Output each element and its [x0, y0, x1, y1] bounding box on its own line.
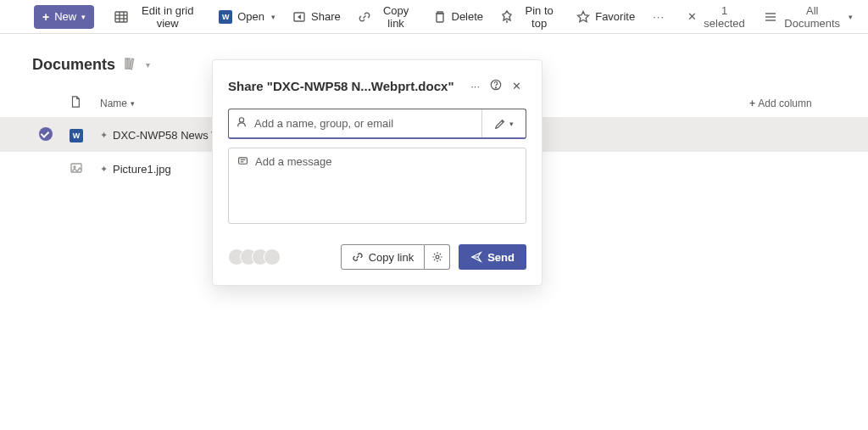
open-button[interactable]: W Open ▾ — [212, 5, 282, 29]
add-column-button[interactable]: + Add column — [749, 98, 868, 109]
person-icon — [229, 116, 254, 131]
send-button[interactable]: Send — [459, 244, 526, 270]
column-name-label: Name — [100, 98, 127, 109]
chevron-down-icon: ▾ — [509, 120, 514, 128]
open-label: Open — [237, 10, 264, 23]
dialog-footer: Copy link Send — [228, 244, 526, 270]
grid-icon — [114, 10, 128, 24]
share-label: Share — [311, 10, 341, 23]
copy-link-button[interactable]: Copy link — [341, 244, 425, 270]
new-badge-icon: ✦ — [100, 130, 108, 141]
svg-rect-6 — [437, 14, 443, 22]
share-dialog: Share "DXC-NWP58 N...Webprt.docx" ··· ✕ … — [212, 59, 542, 286]
svg-point-17 — [495, 87, 496, 88]
word-icon: W — [219, 10, 232, 24]
new-button-label: New — [54, 10, 76, 23]
access-avatars[interactable] — [228, 249, 281, 265]
plus-icon: + — [42, 10, 49, 24]
library-title: Documents — [32, 56, 115, 74]
pin-label: Pin to top — [519, 4, 559, 30]
chevron-down-icon[interactable]: ▾ — [146, 60, 150, 70]
list-icon — [764, 10, 777, 24]
library-icon[interactable] — [124, 57, 137, 74]
svg-rect-12 — [128, 59, 130, 69]
svg-rect-0 — [115, 12, 127, 22]
share-button[interactable]: Share — [286, 5, 348, 29]
pin-button[interactable]: Pin to top — [493, 5, 566, 29]
link-settings-button[interactable] — [425, 244, 450, 270]
more-button[interactable]: ··· — [645, 5, 672, 29]
chevron-down-icon: ▾ — [271, 13, 275, 21]
file-type-icon — [70, 161, 100, 177]
clear-selection-button[interactable]: ✕ 1 selected — [679, 5, 754, 29]
ellipsis-icon: ··· — [652, 10, 665, 24]
svg-point-18 — [239, 118, 243, 122]
svg-point-22 — [436, 255, 439, 259]
edit-grid-button[interactable]: Edit in grid view — [108, 5, 209, 29]
pencil-icon — [494, 118, 506, 130]
word-icon: W — [70, 129, 83, 142]
link-icon — [352, 251, 364, 263]
favorite-label: Favorite — [595, 10, 635, 23]
send-label: Send — [487, 251, 515, 264]
star-icon — [576, 10, 590, 24]
add-column-label: Add column — [758, 98, 811, 109]
column-icon — [70, 96, 100, 110]
recipient-field[interactable]: ▾ — [228, 109, 526, 139]
message-field[interactable] — [228, 148, 526, 224]
gear-icon — [431, 251, 443, 263]
dialog-title: Share "DXC-NWP58 N...Webprt.docx" — [228, 79, 465, 93]
svg-rect-11 — [125, 59, 127, 69]
new-button[interactable]: + New ▾ — [34, 5, 94, 29]
selected-label: 1 selected — [702, 4, 748, 30]
share-icon — [292, 10, 306, 24]
view-switcher[interactable]: All Documents ▾ — [757, 5, 860, 29]
dialog-header: Share "DXC-NWP58 N...Webprt.docx" ··· ✕ — [228, 75, 526, 97]
trash-icon — [433, 10, 447, 24]
delete-button[interactable]: Delete — [426, 5, 491, 29]
permissions-dropdown[interactable]: ▾ — [481, 109, 526, 137]
send-icon — [470, 251, 482, 263]
copy-link-label: Copy link — [369, 251, 414, 264]
svg-point-15 — [74, 166, 75, 168]
link-icon — [358, 10, 371, 24]
ellipsis-icon[interactable]: ··· — [465, 76, 485, 96]
pin-icon — [500, 10, 514, 24]
command-bar: + New ▾ Edit in grid view W Open ▾ Share… — [0, 0, 868, 34]
avatar — [264, 249, 281, 265]
file-name: Picture1.jpg — [113, 163, 171, 176]
copy-link-label: Copy link — [376, 4, 416, 30]
svg-rect-19 — [239, 158, 248, 164]
chevron-down-icon: ▾ — [131, 99, 135, 108]
close-icon: ✕ — [686, 10, 698, 24]
recipient-input[interactable] — [254, 109, 481, 137]
delete-label: Delete — [452, 10, 484, 23]
edit-grid-label: Edit in grid view — [133, 4, 202, 30]
message-icon — [237, 155, 248, 167]
row-select[interactable] — [39, 127, 70, 143]
close-icon[interactable]: ✕ — [507, 76, 526, 96]
checkbox-checked-icon — [39, 127, 53, 141]
favorite-button[interactable]: Favorite — [570, 5, 642, 29]
view-label: All Documents — [781, 4, 843, 30]
help-icon[interactable] — [485, 75, 507, 97]
chevron-down-icon: ▾ — [81, 13, 86, 21]
new-badge-icon: ✦ — [100, 164, 108, 175]
svg-rect-13 — [130, 59, 133, 69]
chevron-down-icon: ▾ — [849, 13, 853, 21]
copy-link-button[interactable]: Copy link — [351, 5, 423, 29]
file-type-icon: W — [70, 128, 100, 142]
message-input[interactable] — [255, 155, 517, 216]
